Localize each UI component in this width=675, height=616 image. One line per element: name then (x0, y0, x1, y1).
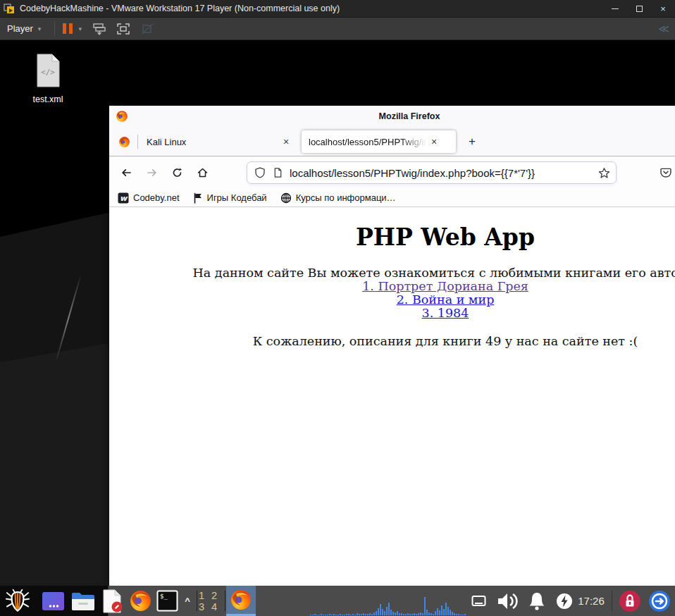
logout-button[interactable] (645, 586, 674, 616)
firefox-launcher-button[interactable] (126, 586, 154, 616)
desktop-pager-icon (42, 591, 65, 612)
tab-localhost-active[interactable]: localhost/lesson5/PHPTwig/index.php × (302, 130, 456, 153)
notifications-tray-button[interactable] (523, 586, 551, 616)
close-icon[interactable]: × (279, 135, 293, 149)
display-tray-button[interactable] (468, 586, 489, 616)
flag-icon (193, 192, 203, 204)
url-bar[interactable]: localhost/lesson5/PHPTwig/index.php?book… (247, 161, 617, 184)
vmware-player-icon (4, 4, 16, 14)
firefox-window: Mozilla Firefox Kali Linux × loca (109, 106, 675, 586)
book-link-2[interactable]: 2. Война и мир (109, 293, 675, 307)
logout-arrow-icon (648, 590, 671, 612)
tab-kali-linux[interactable]: Kali Linux × (140, 130, 300, 154)
lock-screen-button[interactable] (616, 586, 644, 616)
volume-icon (495, 591, 519, 612)
page-content: PHP Web App На данном сайте Вы можете оз… (109, 207, 675, 585)
maximize-button[interactable] (627, 0, 651, 18)
firefox-icon (230, 589, 252, 611)
power-caret-icon[interactable]: ▾ (78, 25, 82, 32)
page-info-icon[interactable] (273, 167, 283, 178)
taskbar: $_ ^ 1 2 3 4 (0, 586, 675, 616)
pause-icon (69, 23, 73, 34)
xml-file-icon: </> (33, 53, 63, 88)
book-link-3[interactable]: 3. 1984 (109, 307, 675, 320)
minimize-button[interactable] (603, 0, 627, 18)
vmware-toolbar: Player ▾ ▾ ≪ (0, 18, 675, 40)
pocket-icon[interactable] (657, 164, 674, 181)
lock-icon (619, 590, 641, 612)
desktop-icon-test-xml[interactable]: </> test.xml (18, 53, 78, 104)
firefox-view-button[interactable] (115, 133, 133, 150)
player-menu-button[interactable]: Player ▾ (0, 18, 49, 39)
panel-divider (197, 591, 197, 611)
vmware-window-controls: × (603, 0, 675, 18)
panel-divider (612, 591, 612, 611)
page-intro-text: На данном сайте Вы можете ознакомиться с… (109, 266, 675, 280)
network-monitor-graph[interactable] (310, 594, 468, 615)
close-icon[interactable]: × (427, 135, 441, 149)
taskbar-firefox-window-button[interactable] (226, 586, 256, 616)
bookmark-label: Курсы по информаци… (296, 192, 396, 203)
terminal-launcher-button[interactable]: $_ (154, 586, 180, 616)
shield-icon[interactable] (254, 167, 266, 178)
file-manager-button[interactable] (68, 586, 98, 616)
url-text[interactable]: localhost/lesson5/PHPTwig/index.php?book… (290, 167, 598, 179)
folder-icon (70, 591, 96, 612)
book-link-1[interactable]: 1. Портрет Дориана Грея (109, 280, 675, 293)
firefox-navbar: localhost/lesson5/PHPTwig/index.php?book… (109, 156, 675, 189)
codeby-logo-icon: w (118, 192, 129, 204)
text-editor-button[interactable] (98, 586, 126, 616)
caret-down-icon: ▾ (38, 25, 42, 32)
bookmark-codeby[interactable]: w Codeby.net (118, 192, 180, 204)
new-tab-button[interactable]: + (463, 133, 481, 150)
send-ctrl-alt-del-button[interactable] (92, 22, 107, 36)
tab-label: localhost/lesson5/PHPTwig/index.php (309, 137, 427, 147)
fullscreen-button[interactable] (116, 22, 131, 36)
bookmark-star-icon[interactable] (598, 167, 610, 179)
clock-label: 17:26 (578, 595, 605, 607)
toolbar-divider (54, 22, 55, 36)
page-title: PHP Web App (109, 225, 675, 250)
firefox-icon (129, 589, 152, 612)
kali-menu-icon (4, 589, 31, 614)
forward-button-disabled (143, 164, 160, 181)
collapse-toolbar-icon[interactable]: ≪ (658, 23, 668, 35)
workspace-switcher[interactable]: 1 2 3 4 (199, 586, 224, 616)
terminal-icon: $_ (156, 590, 178, 612)
home-button[interactable] (194, 164, 211, 181)
svg-text:$_: $_ (160, 593, 168, 600)
bookmarks-toolbar: w Codeby.net Игры Кодебай Курсы по инфор… (109, 189, 675, 207)
unity-mode-button-disabled (140, 22, 155, 36)
page-message-text: К сожалению, описания для книги 49 у нас… (109, 335, 675, 348)
kali-menu-button[interactable] (1, 586, 34, 616)
firefox-icon (118, 136, 130, 148)
wallpaper-shape (0, 343, 127, 586)
suspend-vm-button[interactable] (60, 23, 75, 34)
reload-button[interactable] (168, 164, 185, 181)
bookmark-label: Игры Кодебай (207, 192, 267, 203)
volume-tray-button[interactable] (492, 586, 523, 616)
page-body: PHP Web App На данном сайте Вы можете оз… (109, 225, 675, 348)
workspace-numbers: 1 2 3 4 (199, 590, 224, 612)
text-editor-icon (101, 589, 123, 613)
screen: CodebyHackMashine - VMware Workstation 1… (0, 0, 675, 616)
desktop-icon-label: test.xml (18, 94, 78, 104)
firefox-tabbar: Kali Linux × localhost/lesson5/PHPTwig/i… (109, 127, 675, 156)
firefox-titlebar[interactable]: Mozilla Firefox (109, 106, 675, 127)
bookmark-games[interactable]: Игры Кодебай (193, 192, 267, 204)
player-menu-label: Player (7, 23, 33, 34)
vmware-window-title: CodebyHackMashine - VMware Workstation 1… (20, 4, 340, 13)
power-bolt-icon (556, 593, 573, 610)
panel-expand-button[interactable]: ^ (180, 586, 195, 616)
pause-icon (63, 23, 66, 34)
bookmark-courses[interactable]: Курсы по информаци… (280, 192, 396, 204)
show-desktop-button[interactable] (39, 586, 67, 616)
back-button[interactable] (118, 164, 135, 181)
tab-separator (137, 135, 138, 149)
tab-label: Kali Linux (147, 137, 279, 147)
clock[interactable]: 17:26 (575, 586, 607, 616)
close-button[interactable]: × (651, 0, 675, 18)
bell-icon (526, 591, 547, 612)
bookmark-label: Codeby.net (133, 192, 180, 203)
power-manager-tray-button[interactable] (554, 586, 575, 616)
